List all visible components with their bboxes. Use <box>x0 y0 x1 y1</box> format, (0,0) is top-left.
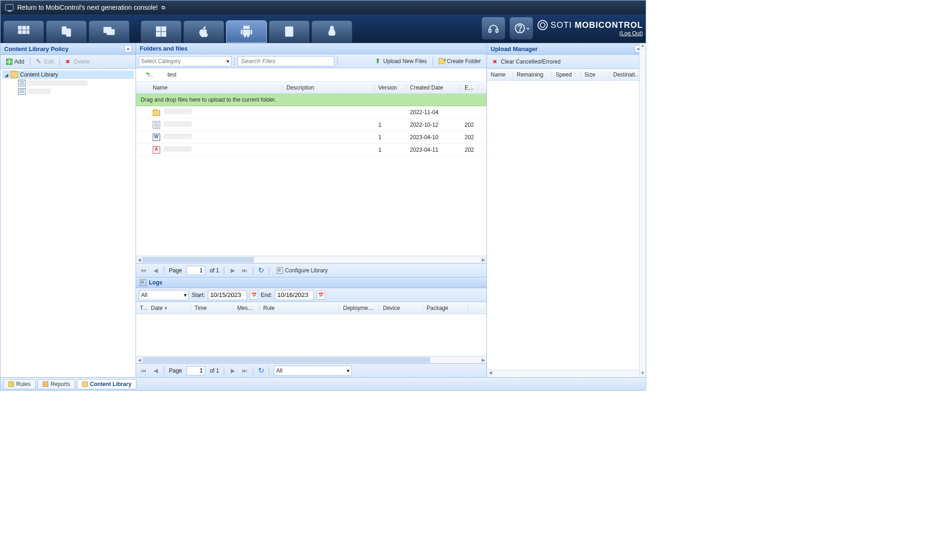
dropzone[interactable]: Drag and drop files here to upload to th… <box>136 94 486 106</box>
edit-button[interactable]: Edit <box>33 58 57 66</box>
col-desc[interactable]: Description <box>283 84 375 91</box>
tree-toggle-icon[interactable]: ◢ <box>4 72 9 77</box>
nav-help-button[interactable]: ▾ <box>510 17 533 39</box>
svg-rect-14 <box>285 27 293 37</box>
svg-rect-13 <box>162 32 166 36</box>
chevron-down-icon <box>227 58 229 64</box>
pager-first-icon[interactable]: ⏮ <box>140 267 147 274</box>
logs-col-message[interactable]: Mess… <box>233 305 259 311</box>
svg-rect-7 <box>66 29 71 36</box>
logs-pager-page-input[interactable] <box>187 366 205 375</box>
col-effective[interactable]: Effe <box>461 84 479 91</box>
svg-rect-1 <box>23 26 26 29</box>
bottom-tabs: Rules Reports Content Library <box>0 377 646 390</box>
policy-tree[interactable]: ◢ Content Library <box>0 69 136 377</box>
nav-tab-android[interactable] <box>226 20 267 43</box>
calendar-icon[interactable]: 📅 <box>250 290 258 300</box>
um-col-size[interactable]: Size <box>581 71 609 78</box>
collapse-left-icon[interactable]: « <box>124 45 132 52</box>
nav-tab-devices[interactable] <box>46 20 87 43</box>
nav-tab-apple[interactable] <box>183 20 224 43</box>
um-col-speed[interactable]: Speed <box>552 71 581 78</box>
files-hscroll[interactable]: ◀▶ <box>136 256 486 263</box>
files-pager: ⏮ ◀ Page of 1 ▶ ⏭ ↻ Configure Library <box>136 263 486 277</box>
nav-tab-dashboard[interactable] <box>3 20 44 43</box>
clear-errored-button[interactable]: Clear Cancelled/Errored <box>490 58 564 66</box>
svg-rect-3 <box>18 31 21 34</box>
logs-col-deployment[interactable]: Deployment… <box>339 305 379 311</box>
pager-next-icon[interactable]: ▶ <box>229 367 236 374</box>
refresh-icon[interactable]: ↻ <box>258 366 264 375</box>
nav-support-button[interactable] <box>482 17 505 39</box>
logs-col-time[interactable]: Time <box>191 305 233 311</box>
logs-start-input[interactable] <box>208 290 247 300</box>
col-name[interactable]: Name <box>149 84 283 91</box>
category-select[interactable]: Select Category <box>139 56 232 66</box>
monitor-icon <box>5 4 13 11</box>
pager-last-icon[interactable]: ⏭ <box>241 267 248 274</box>
tree-root-label: Content Library <box>20 71 58 78</box>
logs-pager-filter[interactable]: All▾ <box>274 366 352 376</box>
file-row[interactable]: 12023-04-11202 <box>136 144 486 156</box>
pager-last-icon[interactable]: ⏭ <box>241 367 248 374</box>
svg-rect-0 <box>18 26 21 29</box>
tree-item-label <box>27 80 88 86</box>
file-row[interactable]: 12022-10-12202 <box>136 119 486 131</box>
sort-desc-icon: ▼ <box>163 306 168 311</box>
nav-tab-linux[interactable] <box>311 20 352 43</box>
tab-reports[interactable]: Reports <box>38 379 75 389</box>
logs-col-rule[interactable]: Rule <box>259 305 339 311</box>
left-panel-title: Content Library Policy <box>4 45 69 52</box>
calendar-icon[interactable]: 📅 <box>317 290 325 300</box>
pager-page-input[interactable] <box>187 266 205 275</box>
configure-library-button[interactable]: Configure Library <box>274 266 331 275</box>
col-version[interactable]: Version <box>375 84 406 91</box>
svg-rect-12 <box>156 32 161 36</box>
tree-item[interactable] <box>2 79 134 87</box>
refresh-icon[interactable]: ↻ <box>258 266 264 275</box>
pager-next-icon[interactable]: ▶ <box>229 267 236 274</box>
logs-hscroll[interactable]: ◀▶ <box>136 356 486 363</box>
nav-tab-windows[interactable] <box>141 20 182 43</box>
file-name <box>164 134 192 139</box>
rules-icon <box>8 381 14 387</box>
um-col-name[interactable]: Name <box>487 71 513 78</box>
tree-item[interactable] <box>2 87 134 96</box>
doc-icon <box>18 80 26 86</box>
logs-col-type[interactable]: T… <box>136 305 147 311</box>
tab-content-library[interactable]: Content Library <box>77 379 136 389</box>
pager-first-icon[interactable]: ⏮ <box>140 367 147 374</box>
center-panel: Folders and files Select Category Upload… <box>136 43 487 377</box>
logs-icon <box>140 279 146 286</box>
txt-icon <box>153 121 160 129</box>
upload-icon <box>375 58 382 64</box>
center-panel-title: Folders and files <box>140 45 188 52</box>
logout-link[interactable]: Log Out <box>621 30 641 37</box>
um-col-remaining[interactable]: Remaining <box>513 71 552 78</box>
logs-col-date[interactable]: Date▼ <box>147 305 191 311</box>
pager-prev-icon[interactable]: ◀ <box>152 267 159 274</box>
pager-prev-icon[interactable]: ◀ <box>152 367 159 374</box>
logs-col-package[interactable]: Package <box>423 305 468 311</box>
logs-type-select[interactable]: All▾ <box>139 290 189 300</box>
file-row[interactable]: 2022-11-04 <box>136 106 486 119</box>
logs-end-input[interactable] <box>275 290 314 300</box>
up-folder-icon[interactable]: ↰.. <box>145 71 155 78</box>
upload-hscroll[interactable]: ◀▶ <box>487 370 646 377</box>
nav-tab-computers[interactable] <box>89 20 130 43</box>
file-row[interactable]: 12023-04-10202 <box>136 131 486 144</box>
logs-col-device[interactable]: Device <box>379 305 423 311</box>
create-folder-button[interactable]: Create Folder <box>436 57 484 65</box>
tab-rules[interactable]: Rules <box>3 379 36 389</box>
return-banner[interactable]: Return to MobiControl's next generation … <box>0 0 646 14</box>
search-input[interactable] <box>238 56 334 66</box>
nav-tab-server[interactable] <box>269 20 310 43</box>
pdf-icon <box>153 146 160 154</box>
delete-button[interactable]: Delete <box>63 58 93 66</box>
right-vscroll[interactable]: ▲▼ <box>639 43 646 377</box>
upload-button[interactable]: Upload New Files <box>372 57 430 65</box>
col-created[interactable]: Created Date <box>406 84 461 91</box>
add-button[interactable]: Add <box>3 58 27 66</box>
file-name <box>164 146 192 152</box>
tree-root[interactable]: ◢ Content Library <box>2 71 134 79</box>
